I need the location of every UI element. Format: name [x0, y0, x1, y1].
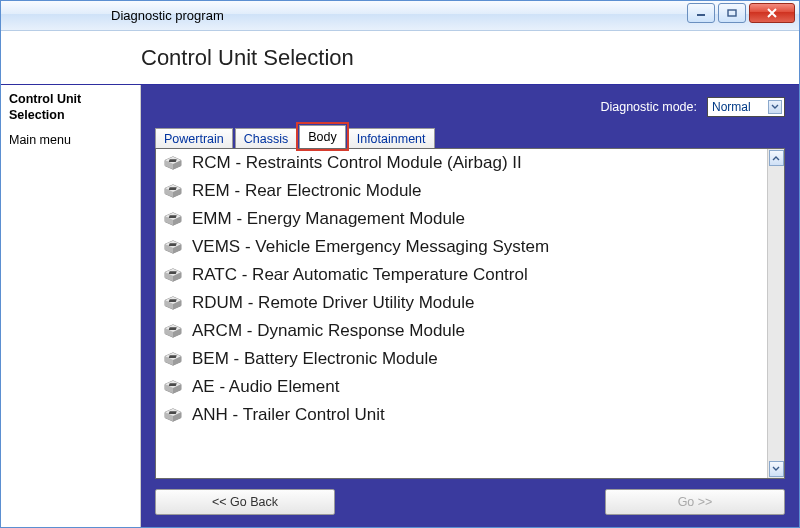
diagnostic-mode-row: Diagnostic mode: Normal: [155, 97, 785, 117]
module-icon: [162, 379, 184, 395]
module-icon: [162, 155, 184, 171]
module-label: REM - Rear Electronic Module: [192, 181, 422, 201]
module-label: RCM - Restraints Control Module (Airbag)…: [192, 153, 522, 173]
dropdown-arrow-icon: [768, 100, 782, 114]
maximize-button[interactable]: [718, 3, 746, 23]
go-button[interactable]: Go >>: [605, 489, 785, 515]
maximize-icon: [727, 9, 737, 17]
page-header: Control Unit Selection: [1, 31, 799, 85]
module-icon: [162, 267, 184, 283]
module-label: AE - Audio Element: [192, 377, 339, 397]
module-label: BEM - Battery Electronic Module: [192, 349, 438, 369]
sidebar-item-main-menu[interactable]: Main menu: [9, 132, 132, 150]
module-icon: [162, 351, 184, 367]
tab-body[interactable]: Body: [299, 125, 346, 148]
module-icon: [162, 323, 184, 339]
diagnostic-mode-label: Diagnostic mode:: [600, 100, 697, 114]
svg-rect-4: [169, 215, 177, 218]
module-list[interactable]: RCM - Restraints Control Module (Airbag)…: [156, 149, 767, 478]
module-label: ANH - Trailer Control Unit: [192, 405, 385, 425]
window-title: Diagnostic program: [111, 8, 224, 23]
go-back-button[interactable]: << Go Back: [155, 489, 335, 515]
svg-rect-6: [169, 271, 177, 274]
module-icon: [162, 183, 184, 199]
chevron-down-icon: [772, 466, 780, 472]
minimize-button[interactable]: [687, 3, 715, 23]
close-icon: [766, 8, 778, 18]
svg-rect-7: [169, 299, 177, 302]
list-item[interactable]: RATC - Rear Automatic Temperature Contro…: [156, 261, 767, 289]
svg-rect-1: [728, 10, 736, 16]
module-label: RDUM - Remote Driver Utility Module: [192, 293, 474, 313]
module-label: RATC - Rear Automatic Temperature Contro…: [192, 265, 528, 285]
scroll-up-button[interactable]: [769, 150, 784, 166]
list-item[interactable]: RCM - Restraints Control Module (Airbag)…: [156, 149, 767, 177]
tab-chassis[interactable]: Chassis: [235, 128, 297, 149]
list-item[interactable]: RDUM - Remote Driver Utility Module: [156, 289, 767, 317]
app-window: Diagnostic program Control Unit Selectio…: [0, 0, 800, 528]
list-item[interactable]: ANH - Trailer Control Unit: [156, 401, 767, 429]
svg-rect-9: [169, 355, 177, 358]
diagnostic-mode-value: Normal: [712, 100, 751, 114]
module-icon: [162, 295, 184, 311]
svg-rect-5: [169, 243, 177, 246]
titlebar: Diagnostic program: [1, 1, 799, 31]
svg-rect-11: [169, 411, 177, 414]
svg-rect-3: [169, 187, 177, 190]
svg-rect-8: [169, 327, 177, 330]
scrollbar[interactable]: [767, 149, 784, 478]
main-row: Control Unit Selection Main menu Diagnos…: [1, 85, 799, 527]
list-item[interactable]: EMM - Energy Management Module: [156, 205, 767, 233]
module-icon: [162, 239, 184, 255]
chevron-up-icon: [772, 155, 780, 161]
tab-infotainment[interactable]: Infotainment: [348, 128, 435, 149]
module-label: ARCM - Dynamic Response Module: [192, 321, 465, 341]
tab-powertrain[interactable]: Powertrain: [155, 128, 233, 149]
list-item[interactable]: BEM - Battery Electronic Module: [156, 345, 767, 373]
sidebar: Control Unit Selection Main menu: [1, 85, 141, 527]
module-label: VEMS - Vehicle Emergency Messaging Syste…: [192, 237, 549, 257]
sidebar-item-control-unit-selection[interactable]: Control Unit Selection: [9, 91, 132, 124]
list-item[interactable]: VEMS - Vehicle Emergency Messaging Syste…: [156, 233, 767, 261]
tab-strip: Powertrain Chassis Body Infotainment: [155, 125, 785, 148]
svg-rect-0: [697, 14, 705, 16]
list-item[interactable]: AE - Audio Element: [156, 373, 767, 401]
svg-rect-2: [169, 159, 177, 162]
module-listbox: RCM - Restraints Control Module (Airbag)…: [155, 148, 785, 479]
module-icon: [162, 407, 184, 423]
minimize-icon: [696, 9, 706, 17]
content-panel: Diagnostic mode: Normal Powertrain Chass…: [141, 85, 799, 527]
list-item[interactable]: ARCM - Dynamic Response Module: [156, 317, 767, 345]
window-controls: [687, 3, 795, 23]
svg-rect-10: [169, 383, 177, 386]
list-item[interactable]: REM - Rear Electronic Module: [156, 177, 767, 205]
diagnostic-mode-select[interactable]: Normal: [707, 97, 785, 117]
module-icon: [162, 211, 184, 227]
nav-button-row: << Go Back Go >>: [155, 479, 785, 517]
scroll-down-button[interactable]: [769, 461, 784, 477]
module-label: EMM - Energy Management Module: [192, 209, 465, 229]
close-button[interactable]: [749, 3, 795, 23]
page-title: Control Unit Selection: [141, 45, 354, 71]
